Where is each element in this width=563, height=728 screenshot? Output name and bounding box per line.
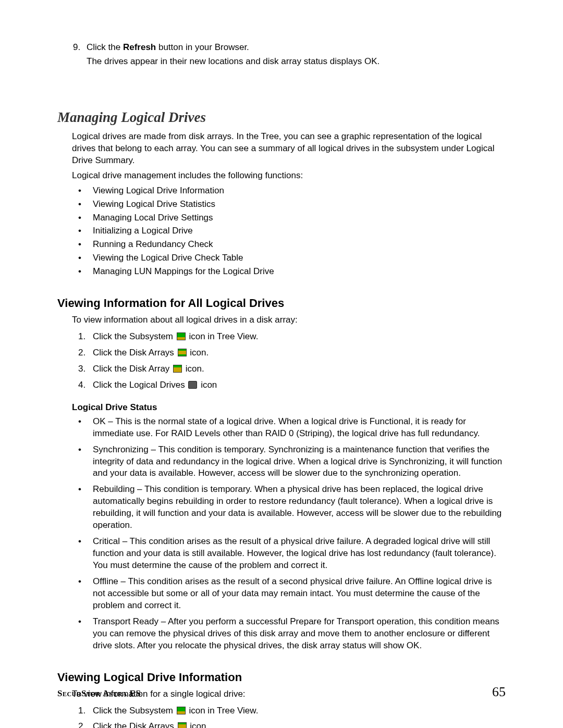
heading-view-all: Viewing Information for All Logical Driv…	[57, 297, 506, 310]
step-pre: Click the Subsystem	[93, 331, 176, 341]
step-post: icon in Tree View.	[187, 331, 259, 341]
status-list: OK – This is the normal state of a logic…	[78, 416, 506, 652]
step-9-pre: Click the	[87, 42, 123, 52]
function-item: Running a Redundancy Check	[78, 239, 506, 251]
status-item: Synchronizing – This condition is tempor…	[78, 444, 506, 480]
step-item: Click the Subsystem icon in Tree View.	[78, 704, 506, 719]
array-icon	[173, 365, 182, 373]
step-item: Click the Disk Arrays icon.	[78, 346, 506, 361]
step-item: Click the Subsystem icon in Tree View.	[78, 329, 506, 344]
page-body: 9.Click the Refresh button in your Brows…	[0, 0, 563, 728]
step-pre: Click the Disk Arrays	[93, 721, 177, 728]
intro-paragraph-2: Logical drive management includes the fo…	[72, 170, 506, 182]
refresh-label: Refresh	[123, 42, 156, 52]
function-list: Viewing Logical Drive InformationViewing…	[78, 185, 506, 278]
intro-paragraph-1: Logical drives are made from disk arrays…	[72, 131, 506, 167]
function-item: Viewing Logical Drive Information	[78, 185, 506, 197]
status-item: Rebuilding – This condition is temporary…	[78, 484, 506, 532]
step-pre: Click the Logical Drives	[93, 380, 187, 390]
sec1-steps: Click the Subsystem icon in Tree View.Cl…	[78, 329, 506, 393]
status-item: Critical – This condition arises as the …	[78, 536, 506, 572]
heading-view-single: Viewing Logical Drive Information	[57, 671, 506, 684]
step-post: icon in Tree View.	[187, 706, 259, 715]
heading-main: Managing Logical Drives	[57, 109, 506, 126]
sec2-steps: Click the Subsystem icon in Tree View.Cl…	[78, 704, 506, 729]
step-item: Click the Disk Array icon.	[78, 362, 506, 377]
status-item: OK – This is the normal state of a logic…	[78, 416, 506, 440]
subsystem-icon	[177, 707, 186, 714]
step-post: icon.	[188, 721, 209, 728]
page-footer: SecurStor Astra ES 65	[57, 684, 506, 700]
step-9-post: button in your Browser.	[156, 42, 249, 52]
function-item: Viewing the Logical Drive Check Table	[78, 252, 506, 264]
step-9: 9.Click the Refresh button in your Brows…	[73, 42, 506, 68]
step-item: Click the Logical Drives icon	[78, 378, 506, 393]
heading-logical-drive-status: Logical Drive Status	[72, 402, 506, 413]
arrays-icon	[178, 722, 187, 728]
function-item: Managing Local Drive Settings	[78, 212, 506, 224]
function-item: Viewing Logical Drive Statistics	[78, 199, 506, 211]
status-item: Offline – This condition arises as the r…	[78, 576, 506, 612]
step-pre: Click the Disk Arrays	[93, 348, 177, 357]
footer-page-number: 65	[492, 684, 506, 700]
subsystem-icon	[177, 332, 186, 340]
function-item: Managing LUN Mappings for the Logical Dr…	[78, 266, 506, 278]
sec1-intro: To view information about all logical dr…	[72, 314, 506, 326]
logical-icon	[188, 381, 197, 389]
step-post: icon	[198, 380, 217, 390]
step-post: icon.	[183, 364, 204, 374]
step-pre: Click the Subsystem	[93, 706, 176, 715]
step-9-number: 9.	[73, 42, 87, 54]
step-9-line2: The drives appear in their new locations…	[87, 56, 506, 68]
function-item: Initializing a Logical Drive	[78, 225, 506, 237]
footer-product: SecurStor Astra ES	[57, 688, 141, 699]
arrays-icon	[178, 349, 187, 356]
step-post: icon.	[188, 348, 209, 357]
status-item: Transport Ready – After you perform a su…	[78, 616, 506, 652]
step-item: Click the Disk Arrays icon.	[78, 719, 506, 728]
step-pre: Click the Disk Array	[93, 364, 172, 374]
